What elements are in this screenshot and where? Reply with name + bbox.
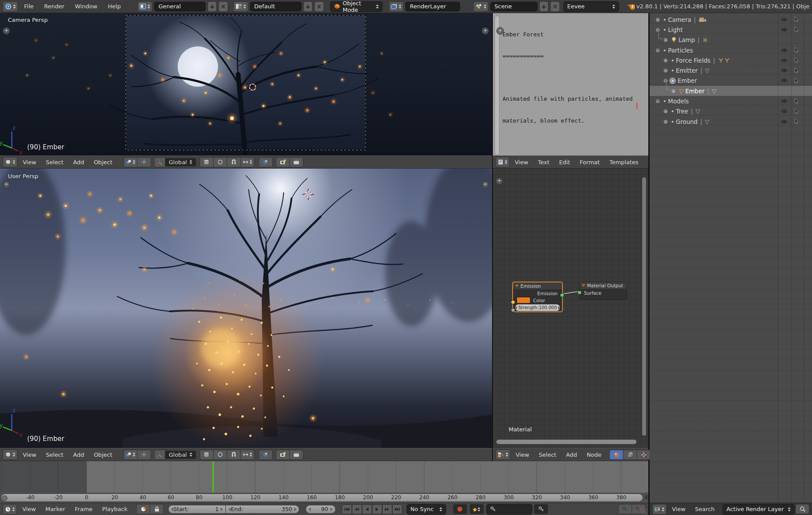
emission-strength-slider[interactable]: Strength:100.000 <box>515 304 560 311</box>
outliner-item-label[interactable]: Camera <box>668 16 691 23</box>
outliner-row-force-fields[interactable]: ⊕ • Force Fields | <box>650 55 812 65</box>
menu-playback[interactable]: Playback <box>98 506 132 512</box>
pivot-point-dropdown[interactable] <box>123 450 137 460</box>
node-editor-hscrollbar[interactable] <box>496 440 636 444</box>
sidebar-expand-button[interactable]: + <box>496 27 504 35</box>
layout-close-button[interactable]: ✕ <box>314 1 324 12</box>
menu-help[interactable]: Help <box>103 3 125 10</box>
increment-arrow[interactable] <box>294 508 296 511</box>
menu-search[interactable]: Search <box>691 506 719 512</box>
pointer-icon[interactable] <box>794 68 799 74</box>
emission-node[interactable]: Emission Emission Color Strength:100.000 <box>512 282 563 312</box>
outliner-row-models[interactable]: ⊖ • Models <box>650 96 812 106</box>
jump-to-end-button[interactable] <box>392 504 402 514</box>
sidebar-expand-button[interactable]: + <box>496 177 503 185</box>
menu-window[interactable]: Window <box>70 3 102 10</box>
node-editor-vscrollbar[interactable] <box>642 177 646 436</box>
outliner[interactable]: ⊕ • Camera | ⊖ • Light ⊕ <box>650 13 812 503</box>
increment-arrow[interactable] <box>221 508 223 511</box>
current-frame-field[interactable]: 90 <box>306 505 335 514</box>
outliner-row-camera[interactable]: ⊕ • Camera | <box>650 14 812 25</box>
emission-node-header[interactable]: Emission <box>513 282 562 290</box>
surface-input-socket[interactable] <box>577 290 582 295</box>
insert-keyframe-button-2[interactable] <box>618 504 632 514</box>
workspace-close-button[interactable]: ✕ <box>218 1 228 12</box>
orientation-dropdown[interactable]: Global <box>154 157 196 167</box>
collapse-icon[interactable]: ⊖ <box>654 47 661 53</box>
expand-icon[interactable]: ⊕ <box>662 119 669 125</box>
pivot-point-dropdown[interactable] <box>123 157 137 167</box>
slider-right-arrow[interactable] <box>558 306 560 310</box>
text-editor[interactable]: Ember Forest ============ Animated file … <box>493 13 648 155</box>
collapse-icon[interactable]: ⊖ <box>662 78 669 84</box>
toolbar-expand-button[interactable]: + <box>3 27 10 35</box>
outliner-row-ember-collection[interactable]: ⊖ • Ember <box>650 76 812 86</box>
collapse-icon[interactable]: ⊖ <box>654 98 661 104</box>
outliner-row-ember-object[interactable]: ⊕ ▽ Ember | ▽ <box>650 86 812 96</box>
sync-mode-dropdown[interactable]: No Sync <box>407 504 446 515</box>
frame-end-field[interactable]: End: 350 <box>226 505 299 514</box>
outliner-item-label[interactable]: Light <box>668 26 683 33</box>
workspace-name-field[interactable]: General <box>154 2 206 11</box>
strength-input-socket[interactable] <box>511 308 515 312</box>
menu-edit[interactable]: Edit <box>555 159 574 166</box>
orientation-dropdown[interactable]: Global <box>154 450 196 460</box>
menu-render[interactable]: Render <box>40 3 69 10</box>
snap-target-button[interactable] <box>200 450 213 460</box>
shader-type-world-button[interactable] <box>623 450 636 460</box>
pointer-icon[interactable] <box>794 57 799 63</box>
pointer-icon[interactable] <box>794 47 799 53</box>
workspace-add-button[interactable]: + <box>207 1 217 12</box>
workspace-type-button[interactable] <box>137 1 152 12</box>
playhead-snap-clock-button[interactable] <box>136 504 150 514</box>
menu-view[interactable]: View <box>18 506 40 512</box>
jump-to-start-button[interactable] <box>342 504 352 514</box>
eye-icon[interactable] <box>781 58 787 63</box>
menu-select[interactable]: Select <box>42 159 68 166</box>
mode-dropdown[interactable]: Object Mode <box>330 1 383 12</box>
keying-set-field[interactable] <box>486 504 532 515</box>
eye-icon[interactable] <box>781 68 787 73</box>
lock-range-button[interactable] <box>150 504 164 514</box>
scene-icon-button[interactable] <box>473 1 489 12</box>
auto-keyframe-toggle[interactable] <box>453 504 467 514</box>
renderlayer-field[interactable]: RenderLayer <box>405 2 460 11</box>
menu-view[interactable]: View <box>510 159 533 166</box>
expand-icon[interactable]: ⊕ <box>662 108 669 114</box>
keying-mode-dropdown[interactable]: ◆ <box>470 504 484 514</box>
collapse-icon[interactable]: ⊖ <box>654 27 661 33</box>
viewport-camera[interactable]: z y x Camera Persp (90) Ember + + <box>0 13 492 155</box>
render-animation-button[interactable] <box>289 450 303 460</box>
expand-icon[interactable]: ⊕ <box>662 37 669 43</box>
eye-icon[interactable] <box>781 48 787 53</box>
outliner-item-label[interactable]: Force Fields <box>676 57 710 64</box>
scene-field[interactable]: Scene <box>490 2 538 11</box>
menu-node[interactable]: Node <box>582 452 606 458</box>
sidebar-expand-button[interactable]: + <box>482 181 489 188</box>
material-output-node[interactable]: Material Output Surface <box>579 282 627 300</box>
menu-view[interactable]: View <box>18 452 41 458</box>
viewport-user[interactable]: z y x User Persp (90) Ember + + <box>0 169 492 448</box>
overlap-grid-button[interactable] <box>259 157 273 167</box>
menu-marker[interactable]: Marker <box>41 506 70 512</box>
emission-color-swatch[interactable] <box>517 297 531 303</box>
outliner-item-label[interactable]: Lamp <box>678 36 695 43</box>
timeline-tick-strip[interactable]: -40-200 204060 80100120 140160180 200220… <box>0 493 648 503</box>
menu-add[interactable]: Add <box>69 452 88 458</box>
menu-format[interactable]: Format <box>575 159 604 166</box>
pointer-icon[interactable] <box>794 119 799 124</box>
menu-select[interactable]: Select <box>42 452 68 458</box>
text-editor-scrollbar[interactable] <box>495 16 499 155</box>
sidebar-expand-button[interactable]: + <box>482 27 489 35</box>
layout-name-field[interactable]: Default <box>250 2 302 11</box>
shader-type-linestyle-button[interactable] <box>636 450 650 460</box>
proportional-edit-toggle[interactable] <box>213 157 227 167</box>
pointer-icon[interactable] <box>794 99 799 104</box>
display-mode-dropdown[interactable]: Active Render Layer <box>723 504 794 515</box>
snap-target-button[interactable] <box>200 157 213 167</box>
pointer-icon[interactable] <box>794 109 799 114</box>
timeline-band[interactable] <box>0 461 648 493</box>
eye-icon[interactable] <box>781 28 787 32</box>
snap-magnet-toggle[interactable] <box>227 450 240 460</box>
shader-output-socket[interactable] <box>560 293 564 297</box>
